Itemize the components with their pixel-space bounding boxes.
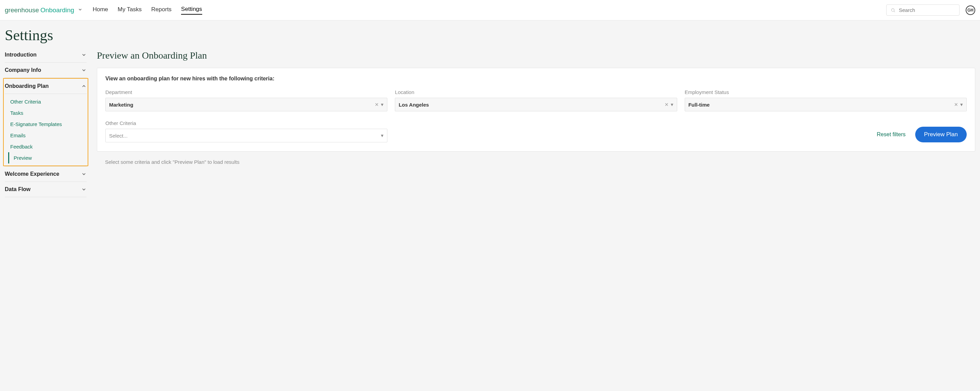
nav-home[interactable]: Home — [93, 6, 108, 14]
sidebar-label: Company Info — [5, 67, 41, 73]
caret-down-icon: ▾ — [960, 101, 963, 108]
nav-links: Home My Tasks Reports Settings — [93, 6, 202, 15]
preview-criteria-card: View an onboarding plan for new hires wi… — [97, 68, 975, 152]
dropdown-value: Los Angeles — [399, 102, 664, 108]
main-content: Preview an Onboarding Plan View an onboa… — [97, 47, 975, 197]
chevron-down-icon — [81, 171, 87, 177]
filter-employment-status: Employment Status Full-time ✕ ▾ — [685, 89, 967, 111]
chevron-up-icon — [81, 84, 87, 89]
caret-down-icon: ▾ — [671, 101, 673, 108]
sidebar-header-company-info[interactable]: Company Info — [5, 63, 87, 78]
sidebar-subitems: Other Criteria Tasks E-Signature Templat… — [5, 93, 87, 166]
sidebar-label: Welcome Experience — [5, 171, 59, 177]
card-heading: View an onboarding plan for new hires wi… — [105, 76, 967, 82]
filter-other-criteria: Other Criteria Select... ▾ — [105, 120, 387, 142]
top-nav: greenhouse Onboarding Home My Tasks Repo… — [0, 0, 980, 21]
filter-label-employment-status: Employment Status — [685, 89, 967, 95]
caret-down-icon: ▾ — [381, 133, 383, 139]
filter-label-department: Department — [105, 89, 387, 95]
clear-icon[interactable]: ✕ — [375, 102, 379, 107]
sidebar-label: Onboarding Plan — [5, 83, 49, 89]
dropdown-other-criteria[interactable]: Select... ▾ — [105, 129, 387, 142]
page-title: Settings — [0, 21, 980, 47]
dropdown-department[interactable]: Marketing ✕ ▾ — [105, 98, 387, 111]
filter-row-1: Department Marketing ✕ ▾ Location Los An… — [105, 89, 967, 111]
sidebar-section-onboarding-plan: Onboarding Plan Other Criteria Tasks E-S… — [5, 79, 87, 166]
sidebar-section-onboarding-plan-highlight: Onboarding Plan Other Criteria Tasks E-S… — [3, 78, 88, 166]
filter-label-location: Location — [395, 89, 677, 95]
nav-my-tasks[interactable]: My Tasks — [118, 6, 142, 14]
sidebar-label: Data Flow — [5, 186, 31, 192]
search-box[interactable] — [886, 5, 959, 16]
sidebar-header-data-flow[interactable]: Data Flow — [5, 182, 87, 197]
sidebar-item-tasks[interactable]: Tasks — [5, 107, 87, 119]
results-hint: Select some criteria and click "Preview … — [97, 159, 975, 165]
dropdown-employment-status[interactable]: Full-time ✕ ▾ — [685, 98, 967, 111]
sidebar-header-introduction[interactable]: Introduction — [5, 47, 87, 62]
sidebar-section-introduction: Introduction — [5, 47, 87, 63]
search-icon — [891, 8, 896, 13]
sidebar-item-emails[interactable]: Emails — [5, 130, 87, 141]
preview-plan-button[interactable]: Preview Plan — [915, 127, 967, 142]
sidebar-header-onboarding-plan[interactable]: Onboarding Plan — [5, 79, 87, 93]
sidebar-section-data-flow: Data Flow — [5, 182, 87, 197]
sidebar-header-welcome-experience[interactable]: Welcome Experience — [5, 166, 87, 182]
sidebar-section-welcome-experience: Welcome Experience — [5, 166, 87, 182]
chevron-down-icon — [81, 52, 87, 57]
svg-point-0 — [891, 8, 894, 11]
filter-label-other: Other Criteria — [105, 120, 387, 126]
dropdown-value: Marketing — [109, 102, 375, 108]
nav-settings[interactable]: Settings — [181, 6, 202, 15]
chevron-down-icon — [81, 67, 87, 73]
sidebar-section-company-info: Company Info — [5, 63, 87, 78]
filter-department: Department Marketing ✕ ▾ — [105, 89, 387, 111]
caret-down-icon: ▾ — [381, 101, 383, 108]
sidebar-item-esignature-templates[interactable]: E-Signature Templates — [5, 119, 87, 130]
clear-icon[interactable]: ✕ — [665, 102, 669, 107]
dropdown-placeholder: Select... — [109, 133, 381, 139]
settings-sidebar: Introduction Company Info Onboarding Pla… — [5, 47, 87, 197]
filter-actions: Reset filters Preview Plan — [395, 127, 967, 142]
dropdown-location[interactable]: Los Angeles ✕ ▾ — [395, 98, 677, 111]
logo-product: Onboarding — [40, 6, 74, 14]
filter-row-2: Other Criteria Select... ▾ Reset filters… — [105, 120, 967, 142]
avatar[interactable]: GH — [966, 5, 975, 15]
sidebar-item-feedback[interactable]: Feedback — [5, 141, 87, 152]
filter-location: Location Los Angeles ✕ ▾ — [395, 89, 677, 111]
sidebar-item-other-criteria[interactable]: Other Criteria — [5, 96, 87, 107]
svg-line-1 — [894, 11, 895, 12]
main-title: Preview an Onboarding Plan — [97, 50, 975, 61]
search-input[interactable] — [899, 7, 955, 13]
reset-filters-link[interactable]: Reset filters — [877, 131, 905, 138]
avatar-initials: GH — [967, 8, 974, 13]
clear-icon[interactable]: ✕ — [954, 102, 958, 107]
nav-reports[interactable]: Reports — [151, 6, 172, 14]
chevron-down-icon — [81, 187, 87, 192]
product-switcher-chevron-icon[interactable] — [78, 7, 83, 13]
sidebar-item-preview[interactable]: Preview — [8, 152, 87, 163]
logo-brand: greenhouse — [5, 6, 39, 14]
logo[interactable]: greenhouse Onboarding — [5, 6, 83, 14]
sidebar-label: Introduction — [5, 52, 37, 58]
dropdown-value: Full-time — [689, 102, 954, 108]
